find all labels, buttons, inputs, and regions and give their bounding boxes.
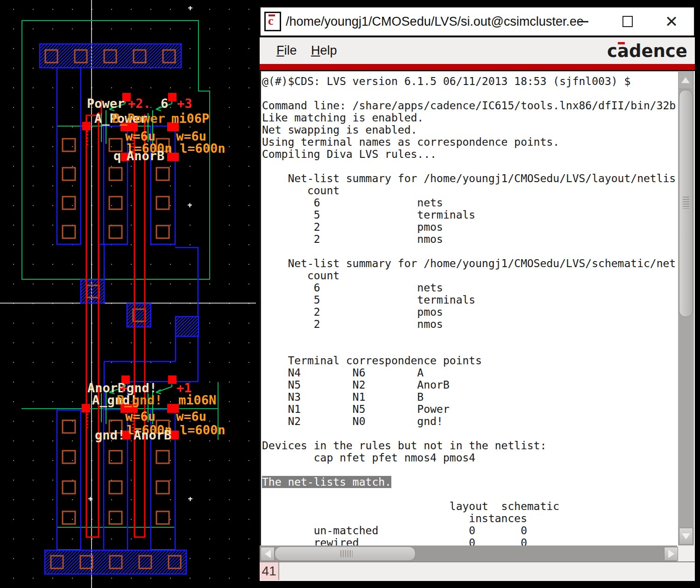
report-viewport[interactable]: @(#)$CDS: LVS version 6.1.5 06/11/2013 1…	[260, 71, 679, 546]
scroll-left-icon	[265, 550, 271, 558]
pin-label-b-gnd: B_gnd!	[117, 393, 163, 407]
net-label-power: Power	[87, 96, 125, 111]
scroll-up-icon	[681, 77, 690, 83]
icon-c-glyph: c	[268, 14, 274, 28]
close-button[interactable]: ✕	[658, 7, 685, 35]
scroll-thumb-grip-icon	[683, 197, 689, 209]
report-line: instances	[262, 512, 676, 524]
net-label-gnd-2: gnd!	[95, 428, 125, 442]
report-line: 6 nets	[262, 282, 676, 294]
report-line: 2 nmos	[262, 318, 676, 330]
report-line: Command line: /share/apps/cadence/IC615/…	[262, 99, 676, 112]
scrollbar-corner	[678, 545, 695, 561]
report-line: Terminal correspondence points	[262, 354, 676, 367]
instance-label-mi06p: mi06P	[171, 111, 209, 126]
layout-canvas[interactable]: Power +2. 6 +3 A_Power B_Power mi06P w=6…	[0, 0, 256, 588]
report-line: Net-list summary for /home/youngj1/CMOSe…	[262, 172, 676, 184]
scroll-down-icon	[682, 533, 690, 539]
net-label-6: 6	[161, 96, 168, 111]
report-line: 2 pmos	[262, 221, 676, 233]
report-line: The net-lists match.	[262, 476, 676, 488]
horizontal-scroll-thumb[interactable]	[275, 546, 416, 561]
title-bar[interactable]: c /home/youngj1/CMOSedu/LVS/si.out@csimc…	[260, 7, 695, 36]
status-bar: 41	[260, 561, 695, 581]
report-line: layout schematic	[262, 500, 676, 512]
scroll-thumb-grip-icon	[340, 550, 353, 557]
instance-label-mi06n: mi06N	[178, 393, 216, 407]
vertical-scroll-thumb[interactable]	[679, 90, 693, 317]
net-label-anorb-2: AnorB	[134, 428, 171, 442]
minimize-button[interactable]	[571, 7, 597, 35]
probe-label-2: +2.	[128, 96, 151, 111]
report-line: count	[262, 269, 676, 282]
lvs-report-window: c /home/youngj1/CMOSedu/LVS/si.out@csimc…	[260, 7, 695, 579]
layout-drawing: Power +2. 6 +3 A_Power B_Power mi06P w=6…	[0, 0, 256, 588]
report-line: 2 pmos	[262, 306, 676, 318]
cadence-logo: cadence	[607, 41, 682, 61]
report-line: 5 terminals	[262, 294, 676, 306]
scroll-right-button[interactable]	[664, 547, 678, 561]
maximize-icon	[622, 16, 633, 27]
horizontal-scrollbar[interactable]	[260, 545, 677, 561]
report-line: N2 N0 gnd!	[262, 415, 676, 427]
param-w-nmos1: w=6u	[125, 409, 156, 424]
window-title: /home/youngj1/CMOSedu/LVS/si.out@csimclu…	[286, 14, 585, 29]
accent-red-bar	[260, 64, 695, 70]
report-line: Using terminal names as correspondence p…	[262, 136, 676, 148]
report-line: @(#)$CDS: LVS version 6.1.5 06/11/2013 1…	[262, 75, 676, 87]
param-w-nmos2: w=6u	[176, 409, 206, 424]
report-line: Net-list summary for /home/youngj1/CMOSe…	[262, 257, 676, 269]
report-line	[262, 342, 676, 354]
report-line: 2 nmos	[262, 233, 676, 245]
viewer-text: @(#)$CDS: LVS version 6.1.5 06/11/2013 1…	[262, 75, 676, 546]
status-badge: 41	[260, 562, 279, 580]
net-label-q: q	[113, 149, 121, 163]
cadence-logo-macron	[618, 42, 625, 44]
maximize-button[interactable]	[615, 7, 641, 35]
scroll-up-button[interactable]	[679, 72, 692, 88]
report-line: Devices in the rules but not in the netl…	[262, 439, 676, 452]
report-line: N4 N6 A	[262, 367, 676, 379]
well-contact-bar-top	[40, 44, 181, 68]
report-line: 6 nets	[262, 197, 676, 209]
report-line: N3 N1 B	[262, 391, 676, 403]
report-line: 5 terminals	[262, 209, 676, 221]
report-line	[262, 330, 676, 342]
report-line: N5 N2 AnorB	[262, 379, 676, 391]
pin-label-b-power: B_Power	[112, 111, 165, 126]
report-line: Net swapping is enabled.	[262, 124, 676, 136]
report-line	[262, 488, 676, 500]
net-label-anorb-top: AnorB	[127, 149, 164, 163]
vertical-scrollbar[interactable]	[678, 71, 694, 545]
report-area: @(#)$CDS: LVS version 6.1.5 06/11/2013 1…	[260, 71, 695, 561]
minimize-icon	[579, 21, 588, 22]
menu-file[interactable]: File	[276, 43, 297, 58]
report-line	[262, 245, 676, 257]
report-line: cap nfet pfet nmos4 pmos4	[262, 452, 676, 464]
scroll-right-icon	[668, 550, 674, 558]
report-line: Like matching is enabled.	[262, 112, 676, 124]
probe-label-3: +3	[177, 96, 192, 111]
param-l-pmos2: l=600n	[180, 141, 226, 156]
report-line	[262, 160, 676, 172]
report-line: un-matched 0 0	[262, 524, 676, 537]
scroll-down-button[interactable]	[679, 528, 693, 545]
cadence-window-icon: c	[264, 12, 281, 31]
report-line: N1 N5 Power	[262, 403, 676, 415]
menu-help[interactable]: Help	[311, 43, 337, 58]
menu-bar: File Help cadence	[260, 37, 695, 64]
scroll-left-button[interactable]	[261, 547, 275, 561]
report-line: count	[262, 184, 676, 197]
close-icon: ✕	[665, 14, 679, 29]
report-line: rewired 0 0	[262, 537, 676, 546]
report-line	[262, 464, 676, 476]
report-line	[262, 87, 676, 99]
report-line: Compiling Diva LVS rules...	[262, 148, 676, 160]
report-line	[262, 427, 676, 439]
well-contact-bar-bottom	[45, 550, 186, 574]
param-l-nmos2: l=600n	[180, 423, 226, 437]
